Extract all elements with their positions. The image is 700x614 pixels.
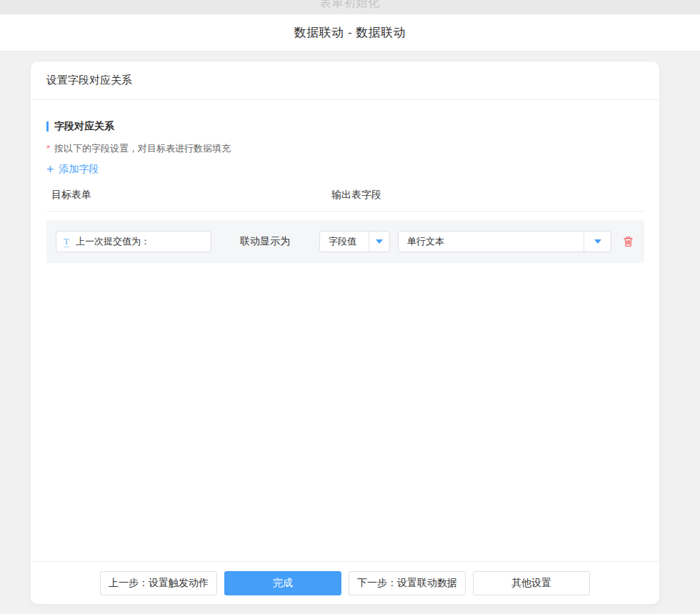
value-type-selected: 字段值 <box>320 235 369 248</box>
chevron-down-icon <box>376 239 383 244</box>
value-type-select[interactable]: 字段值 <box>319 231 390 252</box>
output-field-select[interactable]: 单行文本 <box>398 231 611 252</box>
add-field-label: 添加字段 <box>59 163 99 176</box>
column-header-target-form: 目标表单 <box>51 189 331 202</box>
field-mapping-row: T 上一次提交值为： 联动显示为 字段值 单行文本 <box>46 220 644 263</box>
delete-row-button[interactable] <box>621 234 635 249</box>
chevron-down-icon <box>594 239 601 244</box>
output-field-selected: 单行文本 <box>399 235 584 248</box>
column-header-output-field: 输出表字段 <box>331 189 644 202</box>
caret-zone <box>584 232 611 252</box>
dimmed-page-strip: 表单初始化 <box>0 0 700 14</box>
plus-icon: + <box>46 164 54 174</box>
background-page-title: 表单初始化 <box>0 0 700 11</box>
next-step-button[interactable]: 下一步：设置联动数据 <box>349 571 466 595</box>
hint-text: 按以下的字段设置，对目标表进行数据填充 <box>54 142 231 155</box>
finish-button[interactable]: 完成 <box>224 571 341 595</box>
prev-step-button[interactable]: 上一步：设置触发动作 <box>100 571 217 595</box>
column-headers: 目标表单 输出表字段 <box>46 189 644 202</box>
target-field-box[interactable]: T 上一次提交值为： <box>56 231 211 252</box>
accent-bar <box>46 122 49 132</box>
panel-footer: 上一步：设置触发动作 完成 下一步：设置联动数据 其他设置 <box>31 561 659 604</box>
panel-body: 字段对应关系 * 按以下的字段设置，对目标表进行数据填充 + 添加字段 目标表单… <box>31 100 659 561</box>
hint-line: * 按以下的字段设置，对目标表进行数据填充 <box>46 142 644 155</box>
linkage-display-label: 联动显示为 <box>240 235 290 248</box>
modal-titlebar: 数据联动 - 数据联动 <box>0 14 700 51</box>
panel-header: 设置字段对应关系 <box>31 61 659 100</box>
trash-icon <box>622 235 634 248</box>
single-line-text-icon: T <box>64 237 69 247</box>
modal-title: 数据联动 - 数据联动 <box>294 24 406 41</box>
settings-panel: 设置字段对应关系 字段对应关系 * 按以下的字段设置，对目标表进行数据填充 + … <box>31 61 659 604</box>
other-settings-button[interactable]: 其他设置 <box>473 571 590 595</box>
section-title: 字段对应关系 <box>54 120 114 133</box>
target-field-label: 上一次提交值为： <box>76 235 150 248</box>
panel-title: 设置字段对应关系 <box>46 74 132 87</box>
add-field-button[interactable]: + 添加字段 <box>46 163 99 176</box>
required-asterisk: * <box>46 143 50 154</box>
caret-zone <box>369 232 389 252</box>
section-title-row: 字段对应关系 <box>46 120 644 133</box>
header-divider <box>46 211 644 212</box>
